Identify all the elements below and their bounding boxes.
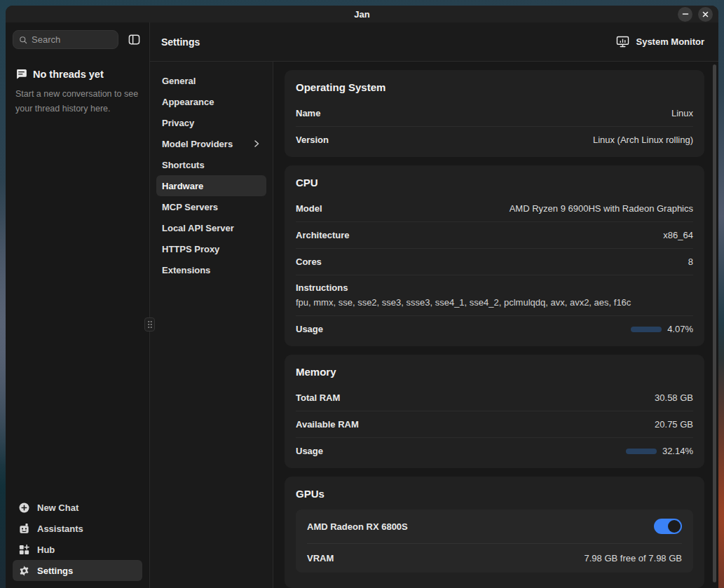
app-window: Jan: [6, 6, 718, 588]
row-value: Linux (Arch Linux rolling): [593, 135, 693, 145]
settings-nav-shortcuts[interactable]: Shortcuts: [156, 154, 266, 175]
sidebar-item-label: Hub: [37, 545, 55, 555]
sidebar-resize-handle[interactable]: [144, 317, 155, 331]
settings-nav-local-api-server[interactable]: Local API Server: [156, 217, 266, 238]
grip-dots-icon: [147, 320, 153, 329]
nav-label: Privacy: [162, 118, 194, 128]
settings-nav-hardware[interactable]: Hardware: [156, 175, 266, 196]
row-label: Instructions: [296, 282, 693, 293]
row-value: 8: [688, 257, 693, 267]
nav-label: HTTPS Proxy: [162, 244, 219, 254]
row-label: VRAM: [307, 553, 334, 563]
row-label: Available RAM: [296, 419, 359, 430]
sidebar-item-settings[interactable]: Settings: [13, 560, 142, 581]
gpus-card: GPUs AMD Radeon RX 6800S VRAM 7.98 GB fr…: [285, 477, 704, 588]
memory-usage-meter: [626, 449, 657, 454]
sidebar-toggle-button[interactable]: [125, 32, 142, 48]
sidebar-item-assistants[interactable]: Assistants: [13, 518, 142, 539]
row-value: x86_64: [663, 230, 693, 240]
settings-panel: Settings System Monitor General Appearan…: [149, 22, 718, 588]
sidebar-item-label: New Chat: [37, 502, 78, 513]
nav-label: Extensions: [162, 265, 210, 275]
row-label: Model: [296, 203, 322, 214]
settings-title: Settings: [161, 36, 200, 48]
hub-blocks-icon: [18, 544, 30, 556]
sidebar-spacer: [13, 116, 142, 497]
search-box[interactable]: [13, 30, 118, 49]
search-input[interactable]: [32, 34, 112, 45]
row-value: AMD Ryzen 9 6900HS with Radeon Graphics: [510, 203, 693, 214]
window-title: Jan: [354, 9, 369, 20]
cpu-architecture-row: Architecture x86_64: [296, 221, 693, 248]
row-value: 7.98 GB free of 7.98 GB: [585, 553, 682, 563]
cpu-card: CPU Model AMD Ryzen 9 6900HS with Radeon…: [285, 165, 704, 346]
settings-nav-model-providers[interactable]: Model Providers: [156, 133, 266, 154]
system-monitor-button[interactable]: System Monitor: [616, 36, 704, 48]
nav-label: Local API Server: [162, 223, 234, 233]
section-title: CPU: [296, 165, 693, 196]
row-label: Architecture: [296, 230, 350, 240]
thread-sidebar: No threads yet Start a new conversation …: [6, 22, 149, 588]
assistant-bot-icon: [18, 523, 30, 535]
row-label: Total RAM: [296, 392, 340, 403]
plus-circle-icon: [18, 502, 30, 514]
settings-nav-appearance[interactable]: Appearance: [156, 91, 266, 112]
toggle-knob: [668, 520, 681, 533]
system-monitor-icon: [616, 36, 629, 48]
window-controls: [678, 6, 713, 22]
cpu-usage-value: 4.07%: [667, 324, 693, 334]
row-label: Version: [296, 135, 329, 145]
gpu-vram-row: VRAM 7.98 GB free of 7.98 GB: [307, 543, 682, 573]
settings-nav-extensions[interactable]: Extensions: [156, 259, 266, 280]
row-label: Cores: [296, 257, 322, 267]
cpu-usage-meter: [631, 327, 662, 332]
titlebar[interactable]: Jan: [6, 6, 718, 22]
empty-threads-state: No threads yet Start a new conversation …: [13, 68, 142, 116]
row-value: 20.75 GB: [655, 419, 693, 430]
gpu-device-row: AMD Radeon RX 6800S: [307, 510, 682, 543]
memory-total-row: Total RAM 30.58 GB: [296, 385, 693, 411]
nav-label: General: [162, 76, 196, 86]
sidebar-item-label: Assistants: [37, 524, 83, 534]
gpu-name: AMD Radeon RX 6800S: [307, 521, 408, 532]
sidebar-item-label: Settings: [37, 566, 73, 576]
empty-threads-title: No threads yet: [33, 69, 104, 80]
cpu-usage-row: Usage 4.07%: [296, 315, 693, 342]
content-scrollbar[interactable]: [713, 64, 716, 582]
os-version-row: Version Linux (Arch Linux rolling): [296, 126, 693, 153]
nav-label: Shortcuts: [162, 160, 205, 170]
settings-nav-privacy[interactable]: Privacy: [156, 112, 266, 133]
settings-nav: General Appearance Privacy Model Provide…: [150, 62, 273, 588]
close-icon: [702, 11, 709, 18]
nav-label: Model Providers: [162, 139, 233, 149]
settings-nav-mcp-servers[interactable]: MCP Servers: [156, 196, 266, 217]
system-monitor-label: System Monitor: [636, 36, 704, 47]
row-value: fpu, mmx, sse, sse2, sse3, ssse3, sse4_1…: [296, 297, 693, 308]
row-label: Usage: [296, 446, 323, 456]
settings-nav-https-proxy[interactable]: HTTPS Proxy: [156, 238, 266, 259]
section-title: Memory: [296, 355, 693, 385]
gpu-enable-toggle[interactable]: [654, 519, 682, 534]
memory-available-row: Available RAM 20.75 GB: [296, 411, 693, 437]
gpu-subcard: AMD Radeon RX 6800S VRAM 7.98 GB free of…: [296, 510, 693, 573]
message-square-icon: [15, 68, 27, 80]
memory-usage-row: Usage 32.14%: [296, 437, 693, 464]
hardware-content: Operating System Name Linux Version Linu…: [273, 62, 718, 588]
cpu-instructions-row: Instructions fpu, mmx, sse, sse2, sse3, …: [296, 275, 693, 315]
nav-label: Hardware: [162, 181, 203, 191]
minimize-icon: [682, 11, 689, 18]
empty-threads-description: Start a new conversation to see your thr…: [15, 87, 139, 116]
nav-label: MCP Servers: [162, 202, 218, 212]
cpu-model-row: Model AMD Ryzen 9 6900HS with Radeon Gra…: [296, 196, 693, 221]
sidebar-item-hub[interactable]: Hub: [13, 539, 142, 560]
gear-icon: [18, 565, 30, 577]
sidebar-item-new-chat[interactable]: New Chat: [13, 497, 142, 518]
section-title: GPUs: [296, 477, 693, 507]
close-button[interactable]: [698, 7, 713, 22]
os-name-row: Name Linux: [296, 100, 693, 126]
chevron-right-icon: [252, 139, 261, 148]
operating-system-card: Operating System Name Linux Version Linu…: [285, 70, 704, 157]
settings-nav-general[interactable]: General: [156, 70, 266, 91]
search-icon: [19, 35, 27, 45]
minimize-button[interactable]: [678, 7, 692, 22]
